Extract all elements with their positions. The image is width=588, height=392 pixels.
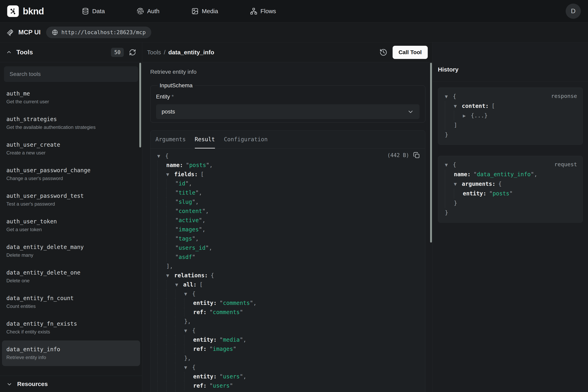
entity-select[interactable]: posts bbox=[156, 104, 419, 119]
collapse-triangle-icon[interactable]: ▼ bbox=[184, 363, 192, 372]
top-nav-item-flows[interactable]: Flows bbox=[250, 8, 276, 15]
top-nav-item-data[interactable]: Data bbox=[82, 8, 105, 15]
history-icon[interactable] bbox=[380, 48, 388, 56]
json-row: ▼relations:{ bbox=[151, 271, 425, 280]
tab-configuration[interactable]: Configuration bbox=[224, 131, 268, 148]
tool-list-item-data_entity_fn_count[interactable]: data_entity_fn_count Count entities bbox=[2, 289, 140, 315]
json-row: "images", bbox=[151, 225, 425, 234]
json-row: entity:"posts" bbox=[443, 189, 578, 198]
tools-count-badge: 50 bbox=[111, 48, 124, 57]
bknd-logo-icon bbox=[7, 6, 19, 17]
chevron-down-icon bbox=[407, 108, 414, 115]
avatar-initial: D bbox=[571, 8, 576, 15]
collapse-triangle-icon[interactable]: ▼ bbox=[166, 170, 174, 179]
collapse-triangle-icon[interactable]: ▼ bbox=[166, 271, 174, 280]
entity-field-label: Entity* bbox=[156, 94, 419, 100]
json-row: "tags", bbox=[151, 234, 425, 243]
collapse-triangle-icon[interactable]: ▼ bbox=[454, 101, 462, 111]
tool-list-item-data_entity_info[interactable]: data_entity_info Retrieve entity info bbox=[2, 340, 140, 366]
json-row: "active", bbox=[151, 216, 425, 225]
json-row: } bbox=[443, 130, 578, 140]
chevron-up-icon bbox=[6, 49, 12, 55]
mcp-title: MCP UI bbox=[18, 28, 40, 36]
json-row: ▼fields:[ bbox=[151, 170, 425, 179]
resources-section-header[interactable]: Resources bbox=[0, 376, 142, 392]
json-row: entity:"media", bbox=[151, 335, 425, 344]
tool-list-item-data_entity_delete_many[interactable]: data_entity_delete_many Delete many bbox=[2, 238, 140, 264]
top-nav-item-auth[interactable]: Auth bbox=[137, 8, 160, 15]
collapse-triangle-icon[interactable]: ▼ bbox=[184, 289, 192, 298]
tool-list-item-data_entity_delete_one[interactable]: data_entity_delete_one Delete one bbox=[2, 264, 140, 289]
history-entry-type: response bbox=[551, 93, 577, 99]
tab-result[interactable]: Result bbox=[195, 131, 215, 148]
collapse-triangle-icon[interactable]: ▼ bbox=[445, 160, 453, 170]
tool-list-item-auth_user_password_test[interactable]: auth_user_password_test Test a user's pa… bbox=[2, 187, 140, 212]
history-title: History bbox=[438, 66, 458, 73]
json-row: "slug", bbox=[151, 198, 425, 206]
server-url-pill[interactable]: http://localhost:28623/mcp bbox=[46, 26, 151, 38]
json-row: ▼{ bbox=[151, 363, 425, 372]
tool-list-item-auth_me[interactable]: auth_me Get the current user bbox=[2, 85, 140, 110]
tool-detail-header: Tools / data_entity_info Call Tool bbox=[142, 42, 432, 62]
result-size-label: (442 B) bbox=[387, 152, 409, 158]
history-entry-response[interactable]: response ▼{▼content:[▶{...}]} bbox=[438, 88, 583, 145]
tool-list-item-auth_strategies[interactable]: auth_strategies Get the available authen… bbox=[2, 110, 140, 136]
breadcrumb-tool-name: data_entity_info bbox=[168, 49, 214, 56]
copy-icon[interactable] bbox=[413, 152, 420, 159]
tool-list-item-data_entity_fn_exists[interactable]: data_entity_fn_exists Check if entity ex… bbox=[2, 315, 140, 340]
json-row: "content", bbox=[151, 206, 425, 216]
json-row: }, bbox=[151, 317, 425, 326]
json-row: } bbox=[151, 390, 425, 392]
main-scrollbar[interactable] bbox=[430, 63, 432, 242]
collapse-triangle-icon[interactable]: ▼ bbox=[175, 280, 183, 289]
tools-list: auth_me Get the current user auth_strate… bbox=[0, 62, 142, 376]
brand[interactable]: bknd bbox=[7, 6, 44, 17]
json-row: ref:"users" bbox=[151, 381, 425, 390]
json-row: }, bbox=[151, 354, 425, 363]
result-tabs: Arguments Result Configuration bbox=[151, 131, 425, 149]
search-input[interactable] bbox=[4, 66, 138, 82]
user-avatar[interactable]: D bbox=[566, 4, 581, 19]
input-schema-fieldset: InputSchema Entity* posts bbox=[150, 82, 425, 122]
tools-section-title: Tools bbox=[16, 48, 107, 56]
expand-triangle-icon[interactable]: ▶ bbox=[463, 111, 471, 120]
database-icon bbox=[82, 8, 89, 15]
history-entries: response ▼{▼content:[▶{...}]} request ▼{… bbox=[433, 82, 588, 228]
mcp-subheader: MCP UI http://localhost:28623/mcp bbox=[0, 22, 588, 42]
tool-list-item-auth_user_create[interactable]: auth_user_create Create a new user bbox=[2, 136, 140, 162]
fingerprint-icon bbox=[137, 8, 144, 15]
tool-detail-body: Retrieve entity info InputSchema Entity*… bbox=[142, 62, 432, 392]
chevron-down-icon bbox=[6, 381, 12, 387]
json-row: ▼all:[ bbox=[151, 280, 425, 289]
json-row: entity:"comments", bbox=[151, 298, 425, 308]
required-mark: * bbox=[172, 94, 174, 100]
breadcrumb-section[interactable]: Tools bbox=[147, 49, 161, 56]
history-entry-request[interactable]: request ▼{name:"data_entity_info",▼argum… bbox=[438, 156, 583, 222]
image-icon bbox=[192, 8, 198, 15]
tool-list-item-auth_user_token[interactable]: auth_user_token Get a user token bbox=[2, 212, 140, 238]
top-nav: Data Auth Media Flows bbox=[82, 8, 276, 15]
json-row: ▼{ bbox=[151, 152, 425, 161]
refresh-icon[interactable] bbox=[129, 49, 136, 56]
tools-section-header[interactable]: Tools 50 bbox=[0, 42, 142, 62]
collapse-triangle-icon[interactable]: ▼ bbox=[184, 326, 192, 335]
result-json-tree: (442 B) ▼{name:"posts",▼fields:["id","ti… bbox=[151, 149, 425, 392]
top-nav-item-media[interactable]: Media bbox=[192, 8, 218, 15]
topbar: bknd Data Auth Media Flows D bbox=[0, 0, 588, 22]
json-row: ], bbox=[151, 262, 425, 271]
tab-arguments[interactable]: Arguments bbox=[156, 131, 186, 148]
collapse-triangle-icon[interactable]: ▼ bbox=[157, 152, 165, 161]
collapse-triangle-icon[interactable]: ▼ bbox=[454, 179, 462, 189]
tool-list-item-auth_user_password_change[interactable]: auth_user_password_change Change a user'… bbox=[2, 162, 140, 187]
tool-description: Retrieve entity info bbox=[150, 69, 425, 75]
tools-sidebar: Tools 50 auth_me Get the current user au… bbox=[0, 42, 142, 392]
json-row: ▼{ bbox=[151, 289, 425, 298]
breadcrumb-separator: / bbox=[164, 49, 166, 56]
json-row: } bbox=[443, 198, 578, 208]
json-row: name:"posts", bbox=[151, 161, 425, 170]
sidebar-scrollbar[interactable] bbox=[139, 63, 141, 148]
collapse-triangle-icon[interactable]: ▼ bbox=[445, 92, 453, 101]
tool-detail-panel: Tools / data_entity_info Call Tool Retri… bbox=[142, 42, 432, 392]
json-row: entity:"users", bbox=[151, 372, 425, 381]
call-tool-button[interactable]: Call Tool bbox=[392, 46, 428, 59]
